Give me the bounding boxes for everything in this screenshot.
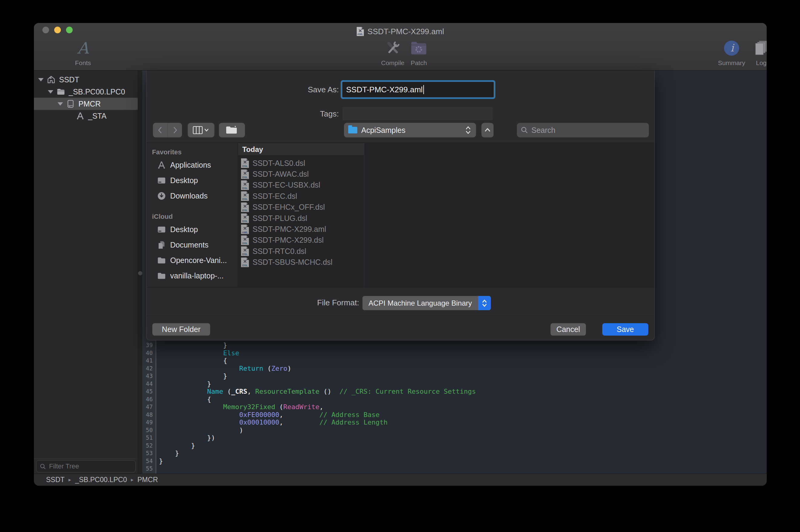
search-icon: [39, 463, 46, 470]
file-icon: DSL: [241, 180, 249, 190]
sidebar-item-icon: [157, 176, 166, 185]
file-name: SSDT-PMC-X299.dsl: [253, 236, 324, 245]
file-format-popup[interactable]: ACPI Machine Language Binary: [362, 296, 491, 310]
code-line: 55: [142, 465, 767, 473]
sidebar-item[interactable]: Desktop: [147, 173, 238, 188]
location-popup[interactable]: AcpiSamples: [344, 123, 476, 137]
view-mode-button[interactable]: [188, 123, 215, 137]
file-row[interactable]: AML SSDT-PMC-X299.aml: [238, 224, 364, 234]
file-row[interactable]: DSL SSDT-PLUG.dsl: [238, 213, 364, 224]
sidebar-item[interactable]: Applications: [147, 157, 238, 173]
tree-item[interactable]: PMCR: [34, 98, 138, 110]
tags-field[interactable]: [342, 107, 493, 121]
columns-view-icon: [192, 125, 210, 135]
code-line: 47 Memory32Fixed (ReadWrite,: [142, 403, 767, 411]
breadcrumb-item[interactable]: _SB.PC00.LPC0: [64, 476, 127, 484]
file-icon: DSL: [241, 246, 249, 256]
titlebar: AML SSDT-PMC-X299.aml A Fonts Compile: [34, 23, 767, 71]
toolbar-item-fonts[interactable]: A Fonts: [57, 39, 109, 66]
file-name: SSDT-PLUG.dsl: [253, 214, 308, 223]
sidebar-item-icon: [157, 225, 166, 234]
search-input[interactable]: [532, 126, 640, 135]
search-field[interactable]: [517, 123, 649, 137]
file-list: DSL SSDT-ALS0.dsl DSL SSDT-AWAC.dsl: [238, 158, 364, 268]
sidebar-item-label: Documents: [170, 241, 208, 249]
sidebar-item-label: Desktop: [170, 176, 198, 185]
save-button[interactable]: Save: [602, 323, 648, 336]
new-folder-button[interactable]: New Folder: [152, 323, 210, 336]
code-line: 54}: [142, 457, 767, 465]
file-browser: Favorites Applications Desktop: [147, 142, 654, 287]
toolbar-item-print[interactable]: Print: [759, 39, 767, 66]
file-row[interactable]: DSL SSDT-EC.dsl: [238, 191, 364, 202]
search-icon: [521, 126, 528, 134]
code-line: 44 }: [142, 380, 767, 388]
tree-item-icon: [76, 111, 85, 120]
disclosure-triangle-icon[interactable]: [48, 90, 53, 94]
sidebar-item-label: Desktop: [170, 225, 198, 234]
app-window: AML SSDT-PMC-X299.aml A Fonts Compile: [34, 23, 767, 486]
new-folder-toolbar-button[interactable]: [219, 123, 245, 137]
file-row[interactable]: DSL SSDT-EC-USBX.dsl: [238, 180, 364, 191]
sidebar-item[interactable]: vanilla-laptop-...: [147, 268, 238, 284]
favorites-section-title: Favorites: [147, 148, 238, 156]
file-icon: DSL: [241, 235, 249, 245]
collapse-sheet-button[interactable]: [481, 123, 494, 137]
filter-tree-input[interactable]: [36, 460, 136, 472]
save-sheet: Save As: SSDT-PMC-X299.aml Tags:: [146, 71, 655, 340]
disclosure-triangle-icon[interactable]: [58, 102, 63, 106]
text-caret: [423, 85, 424, 94]
sheet-divider: [147, 316, 654, 316]
file-row[interactable]: DSL SSDT-ALS0.dsl: [238, 158, 364, 169]
tree-item[interactable]: _SB.PC00.LPC0: [34, 86, 138, 98]
sidebar-item[interactable]: Documents: [147, 237, 238, 253]
sidebar-item-icon: [157, 240, 166, 250]
breadcrumb-item[interactable]: PMCR: [127, 476, 158, 484]
sidebar-item-label: Opencore-Vani...: [170, 256, 227, 265]
tree-item[interactable]: _STA: [34, 110, 138, 122]
splitter-knob[interactable]: [138, 271, 142, 276]
file-list-column: Today DSL SSDT-ALS0.dsl DSL SSDT-A: [238, 143, 364, 287]
toolbar-item-patch[interactable]: Patch: [393, 39, 445, 66]
tree-item-label: SSDT: [59, 75, 79, 84]
code-line: 53 }: [142, 450, 767, 457]
tree-item-label: _SB.PC00.LPC0: [69, 88, 125, 96]
code-line: 45 Name (_CRS, ResourceTemplate () // _C…: [142, 388, 767, 396]
sidebar-item[interactable]: Opencore-Vani...: [147, 253, 238, 268]
breadcrumb-item[interactable]: SSDT: [46, 476, 64, 484]
file-icon: DSL: [241, 158, 249, 168]
file-row[interactable]: DSL SSDT-SBUS-MCHC.dsl: [238, 257, 364, 268]
desktop: AML SSDT-PMC-X299.aml A Fonts Compile: [0, 0, 800, 532]
chevron-up-icon: [484, 127, 491, 134]
pane-splitter[interactable]: [138, 71, 142, 474]
back-button[interactable]: [153, 123, 167, 137]
tags-label: Tags:: [248, 109, 339, 119]
file-name: SSDT-EC.dsl: [253, 192, 297, 201]
save-as-field[interactable]: SSDT-PMC-X299.aml: [342, 82, 494, 97]
file-row[interactable]: DSL SSDT-EHCx_OFF.dsl: [238, 202, 364, 213]
sidebar-item[interactable]: Downloads: [147, 188, 238, 204]
code-line: 43 }: [142, 372, 767, 380]
sidebar-item-label: Downloads: [170, 192, 208, 200]
disclosure-triangle-icon[interactable]: [38, 78, 43, 81]
sidebar-item[interactable]: Desktop: [147, 222, 238, 237]
file-icon: DSL: [241, 191, 249, 201]
location-popup-label: AcpiSamples: [361, 126, 406, 135]
cancel-button[interactable]: Cancel: [551, 323, 586, 336]
sidebar-item-label: vanilla-laptop-...: [170, 271, 223, 280]
tree-sidebar: SSDT _SB.PC00.LPC0 PMCR: [34, 71, 138, 474]
file-row[interactable]: DSL SSDT-AWAC.dsl: [238, 169, 364, 179]
filter-tree-container: [34, 459, 138, 474]
code-line: 51 }): [142, 434, 767, 442]
file-name: SSDT-ALS0.dsl: [253, 159, 305, 168]
file-icon: DSL: [241, 258, 249, 267]
content-area: SSDT _SB.PC00.LPC0 PMCR: [34, 71, 767, 474]
window-title: SSDT-PMC-X299.aml: [368, 27, 444, 36]
forward-button[interactable]: [167, 123, 182, 137]
tree-item[interactable]: SSDT: [34, 74, 138, 86]
code-line: 42 Return (Zero): [142, 365, 767, 373]
file-row[interactable]: DSL SSDT-PMC-X299.dsl: [238, 235, 364, 246]
document-proxy-icon: AML: [357, 27, 364, 36]
file-name: SSDT-AWAC.dsl: [253, 170, 309, 178]
file-row[interactable]: DSL SSDT-RTC0.dsl: [238, 246, 364, 256]
